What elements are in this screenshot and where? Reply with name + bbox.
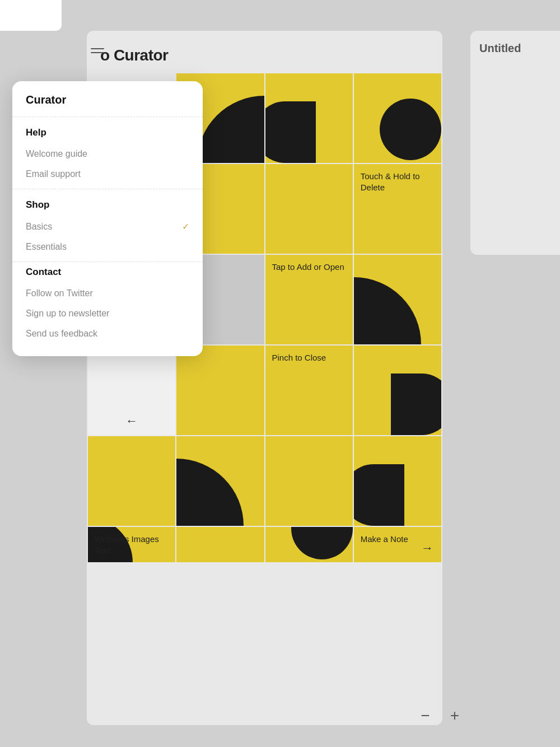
shape [265,101,316,163]
contact-section-title: Contact [26,267,189,278]
tile-18[interactable] [176,436,264,526]
tile-12[interactable] [354,255,441,344]
top-tab [0,0,62,31]
shape [380,99,441,160]
tile-14[interactable] [176,346,264,435]
tile-11[interactable]: Tap to Add or Open [265,255,353,344]
shape [354,277,421,344]
tile-20[interactable] [354,436,441,526]
basics-checkmark: ✓ [182,221,189,232]
menu-app-name: Curator [12,81,203,116]
tile-15[interactable]: Pinch to Close [265,346,353,435]
tile-24[interactable]: Make a Note → [354,527,441,562]
menu-item-basics[interactable]: Basics ✓ [26,216,189,237]
tile-4[interactable] [354,73,441,163]
shape [197,96,264,163]
dropdown-menu: Curator Help Welcome guide Email support… [12,81,203,356]
right-panel: Untitled [470,31,560,255]
tile-16[interactable] [354,346,441,435]
menu-item-essentials[interactable]: Essentials [26,237,189,257]
hamburger-line-2 [91,52,104,53]
tile-3[interactable] [265,73,353,163]
help-section-title: Help [26,127,189,138]
tile-8[interactable]: Touch & Hold to Delete [354,164,441,254]
tile-17[interactable] [88,436,175,526]
menu-section-shop: Shop Basics ✓ Essentials [12,189,203,262]
tile-19[interactable] [265,436,353,526]
page-title: o Curator [87,31,442,73]
menu-section-contact: Contact Follow on Twitter Sign up to new… [12,262,203,356]
right-arrow: → [421,541,433,555]
touch-hold-text: Touch & Hold to Delete [361,171,435,193]
zoom-in-button[interactable]: + [450,707,459,725]
tile-22[interactable] [176,527,264,562]
tile-23[interactable] [265,527,353,562]
menu-item-twitter[interactable]: Follow on Twitter [26,283,189,304]
tile-21[interactable]: Websites Images Text [88,527,175,562]
zoom-out-button[interactable]: − [421,707,430,725]
hamburger-button[interactable] [85,38,110,63]
menu-item-welcome-guide[interactable]: Welcome guide [26,144,189,164]
pinch-to-close-text: Pinch to Close [272,352,326,363]
hamburger-line-1 [91,48,104,49]
shape [391,374,441,435]
menu-item-newsletter[interactable]: Sign up to newsletter [26,304,189,324]
bottom-controls: − + [421,707,459,725]
right-panel-title: Untitled [479,42,521,55]
shape [354,464,404,526]
websites-text: Websites Images Text [95,534,169,555]
menu-item-email-support[interactable]: Email support [26,164,189,184]
left-arrow: ← [125,414,138,428]
tile-13[interactable]: ← [88,346,175,435]
tap-to-add-text: Tap to Add or Open [272,262,344,273]
shape [291,527,353,559]
menu-section-help: Help Welcome guide Email support [12,117,203,189]
tile-7[interactable] [265,164,353,254]
menu-item-feedback[interactable]: Send us feedback [26,324,189,344]
shop-section-title: Shop [26,199,189,211]
shape [176,459,244,526]
make-a-note-text: Make a Note [361,534,408,545]
